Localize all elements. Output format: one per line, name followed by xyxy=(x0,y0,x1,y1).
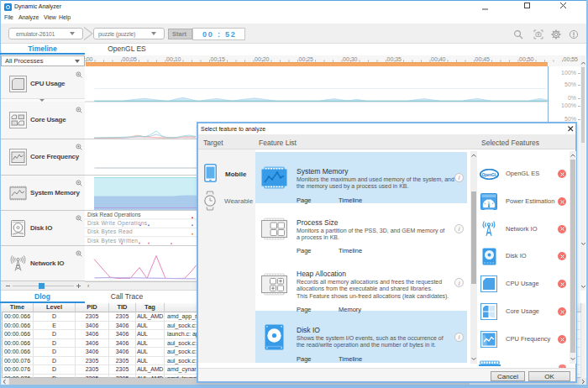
svg-text:OpenGL: OpenGL xyxy=(482,172,497,177)
